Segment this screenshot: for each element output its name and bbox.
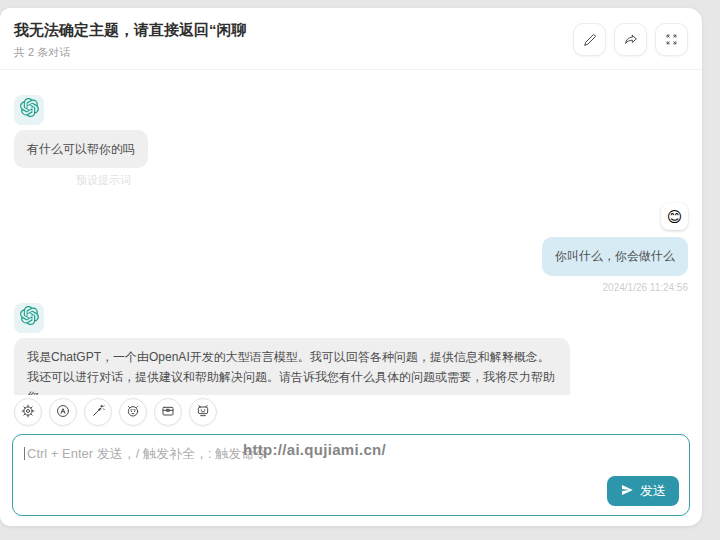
- conversation-count: 共 2 条对话: [14, 45, 247, 60]
- chat-window: 我无法确定主题，请直接返回“闲聊 共 2 条对话: [0, 8, 702, 526]
- chatgpt-logo-icon: [20, 98, 39, 121]
- circled-a-icon: [55, 403, 71, 422]
- user-message: 😊 你叫什么，你会做什么 2024/1/26 11:24:56: [14, 203, 688, 292]
- header: 我无法确定主题，请直接返回“闲聊 共 2 条对话: [0, 8, 702, 70]
- fullscreen-button[interactable]: [655, 23, 688, 56]
- send-button[interactable]: 发送: [607, 476, 679, 506]
- paper-plane-icon: [620, 483, 634, 500]
- share-button[interactable]: [614, 23, 647, 56]
- send-button-label: 发送: [640, 482, 666, 500]
- settings-button[interactable]: [14, 398, 42, 426]
- robot-button[interactable]: [189, 398, 217, 426]
- magic-wand-button[interactable]: [84, 398, 112, 426]
- storage-button[interactable]: [154, 398, 182, 426]
- fullscreen-icon: [664, 32, 679, 47]
- assistant-message: 我是ChatGPT，一个由OpenAI开发的大型语言模型。我可以回答各种问题，提…: [14, 303, 688, 395]
- gear-icon: [20, 403, 36, 422]
- message-list: 有什么可以帮你的吗 预设提示词 😊 你叫什么，你会做什么 2024/1/26 1…: [0, 70, 702, 395]
- message-bubble: 我是ChatGPT，一个由OpenAI开发的大型语言模型。我可以回答各种问题，提…: [14, 338, 570, 395]
- assistant-message: 有什么可以帮你的吗 预设提示词: [14, 95, 688, 188]
- auto-complete-button[interactable]: [49, 398, 77, 426]
- assistant-avatar: [14, 95, 44, 125]
- header-actions: [573, 23, 688, 56]
- message-timestamp: 2024/1/26 11:24:56: [542, 282, 688, 293]
- edit-button[interactable]: [573, 23, 606, 56]
- pencil-icon: [582, 32, 598, 48]
- emoji-face-icon: [125, 403, 141, 422]
- watermark-url: http://ai.qujiami.cn/: [243, 441, 386, 458]
- emoji-button[interactable]: [119, 398, 147, 426]
- header-text: 我无法确定主题，请直接返回“闲聊 共 2 条对话: [14, 21, 247, 60]
- input-placeholder: Ctrl + Enter 发送，/ 触发补全，: 触发命令: [27, 446, 267, 461]
- message-bubble: 有什么可以帮你的吗: [14, 130, 148, 168]
- chatgpt-logo-icon: [20, 306, 39, 329]
- storage-box-icon: [160, 403, 176, 422]
- magic-wand-icon: [90, 403, 106, 422]
- page-title: 我无法确定主题，请直接返回“闲聊: [14, 21, 247, 40]
- user-avatar: 😊: [661, 203, 688, 230]
- composer-toolbar: [0, 395, 702, 432]
- share-icon: [623, 32, 639, 48]
- text-caret: [24, 447, 25, 460]
- message-input[interactable]: Ctrl + Enter 发送，/ 触发补全，: 触发命令 http://ai.…: [12, 434, 690, 516]
- robot-icon: [195, 403, 211, 422]
- assistant-avatar: [14, 303, 44, 333]
- message-bubble: 你叫什么，你会做什么: [542, 237, 688, 275]
- preset-prompt-hint: 预设提示词: [76, 173, 688, 188]
